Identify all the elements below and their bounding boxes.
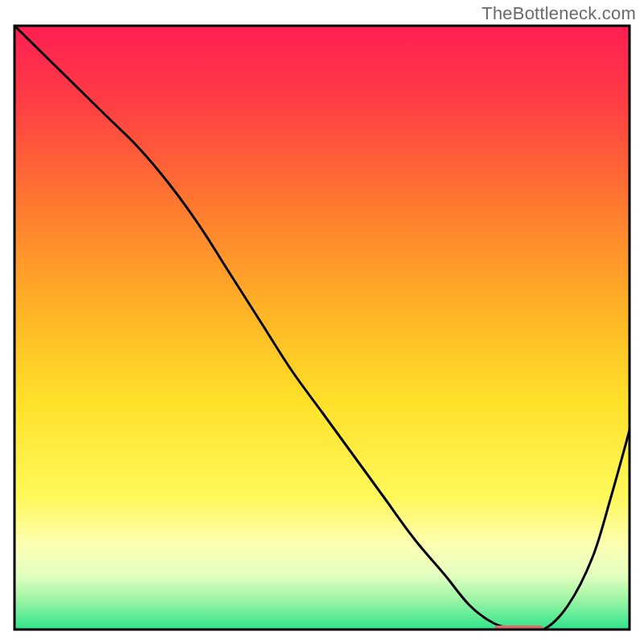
chart-container: TheBottleneck.com (0, 0, 644, 644)
bottleneck-chart (0, 0, 644, 644)
watermark-text: TheBottleneck.com (481, 3, 636, 24)
